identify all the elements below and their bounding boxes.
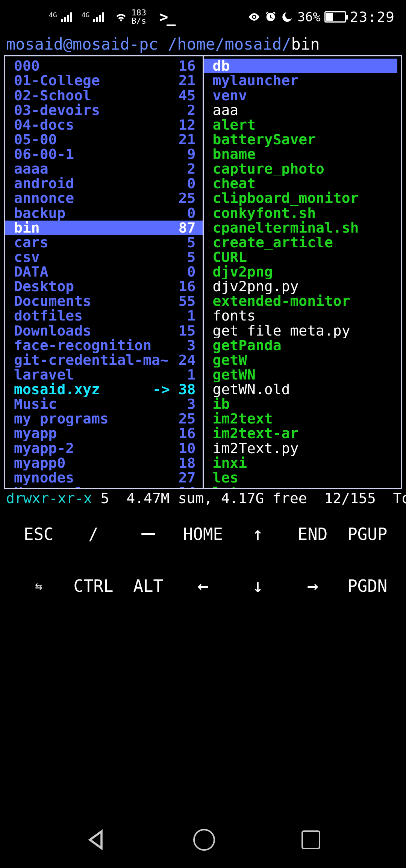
list-item[interactable]: clipboard_monitor <box>204 191 401 206</box>
key-→[interactable]: → <box>285 575 340 597</box>
list-item[interactable]: 01-College21 <box>5 73 203 88</box>
list-item[interactable]: im2Text.py <box>204 441 401 456</box>
list-item[interactable]: CURL <box>204 250 401 265</box>
list-item[interactable]: 04-docs12 <box>5 118 203 132</box>
list-item[interactable]: djv2png.py <box>204 279 401 294</box>
list-item[interactable]: getW <box>204 353 401 367</box>
list-item[interactable]: Music3 <box>5 397 203 411</box>
item-name: myapp0 <box>14 456 170 470</box>
key-⇆[interactable]: ⇆ <box>11 579 66 593</box>
key-/[interactable]: / <box>66 525 121 544</box>
eye-icon <box>248 11 261 23</box>
list-item[interactable]: 02-School45 <box>5 88 203 103</box>
key-↑[interactable]: ↑ <box>230 523 285 545</box>
list-item[interactable]: cpanelterminal.sh <box>204 221 401 235</box>
list-item[interactable]: Nouveau114 <box>5 485 203 488</box>
list-item[interactable]: batterySaver <box>204 132 401 147</box>
list-item[interactable]: cars5 <box>5 235 203 250</box>
list-item[interactable]: lxterm-manager <box>204 485 401 488</box>
list-item[interactable]: DATA0 <box>5 265 203 279</box>
nav-recents-icon[interactable] <box>301 830 320 849</box>
nav-back-icon[interactable] <box>86 829 107 850</box>
list-item[interactable]: face-recognition3 <box>5 338 203 353</box>
list-item[interactable]: android0 <box>5 176 203 191</box>
list-item[interactable]: git-credential-ma~24 <box>5 353 203 367</box>
list-item[interactable]: inxi <box>204 456 401 470</box>
list-item[interactable]: backup0 <box>5 206 203 221</box>
item-count: -> 38 <box>153 382 195 397</box>
list-item[interactable]: bin87 <box>5 221 203 235</box>
list-item[interactable]: getPanda <box>204 338 401 353</box>
list-item[interactable]: djv2png <box>204 265 401 279</box>
list-item[interactable]: csv5 <box>5 250 203 265</box>
item-name: im2text <box>213 411 397 426</box>
list-item[interactable]: annonce25 <box>5 191 203 206</box>
item-count: 0 <box>170 176 196 191</box>
nav-home-icon[interactable] <box>193 829 215 851</box>
key-end[interactable]: END <box>285 525 340 544</box>
list-item[interactable]: get_file_meta.py <box>204 324 401 338</box>
list-item[interactable]: my programs25 <box>5 411 203 426</box>
list-item[interactable]: create_article <box>204 235 401 250</box>
key-pgup[interactable]: PGUP <box>340 525 395 544</box>
list-item[interactable]: db <box>204 59 398 73</box>
list-item[interactable]: im2text <box>204 411 401 426</box>
key-pgdn[interactable]: PGDN <box>340 576 395 596</box>
item-count: 16 <box>170 426 196 441</box>
item-count: 2 <box>170 103 196 118</box>
left-pane[interactable]: 0001601-College2102-School4503-devoirs20… <box>5 56 203 488</box>
list-item[interactable]: Downloads15 <box>5 324 203 338</box>
item-count: 5 <box>170 250 196 265</box>
list-item[interactable]: aaa <box>204 103 401 118</box>
item-name: batterySaver <box>213 132 397 147</box>
list-item[interactable]: myapp-210 <box>5 441 203 456</box>
list-item[interactable]: Documents55 <box>5 294 203 308</box>
key-ctrl[interactable]: CTRL <box>66 576 121 596</box>
list-item[interactable]: 00016 <box>5 59 203 73</box>
item-name: laravel <box>14 367 170 382</box>
list-item[interactable]: mynodes27 <box>5 470 203 485</box>
list-item[interactable]: getWN <box>204 367 401 382</box>
key-esc[interactable]: ESC <box>11 525 66 544</box>
list-item[interactable]: mylauncher <box>204 73 401 88</box>
list-item[interactable]: conkyfont.sh <box>204 206 401 221</box>
list-item[interactable]: bname <box>204 147 401 162</box>
list-item[interactable]: getWN.old <box>204 382 401 397</box>
key-alt[interactable]: ALT <box>121 576 176 596</box>
key-—[interactable]: — <box>121 519 176 546</box>
item-name: extended-monitor <box>213 294 397 308</box>
right-pane[interactable]: dbmylaunchervenvaaaalertbatterySaverbnam… <box>203 56 401 488</box>
list-item[interactable]: capture_photo <box>204 162 401 176</box>
key-←[interactable]: ← <box>176 575 230 597</box>
moon-icon <box>281 11 294 23</box>
key-home[interactable]: HOME <box>176 525 230 544</box>
list-item[interactable]: extended-monitor <box>204 294 401 308</box>
item-name: CURL <box>213 250 397 265</box>
list-item[interactable]: im2text-ar <box>204 426 401 441</box>
list-item[interactable]: 06-00-19 <box>5 147 203 162</box>
list-item[interactable]: Desktop16 <box>5 279 203 294</box>
list-item[interactable]: myapp16 <box>5 426 203 441</box>
terminal[interactable]: mosaid@mosaid-pc /home/mosaid/bin 000160… <box>0 34 406 506</box>
list-item[interactable]: ib <box>204 397 401 411</box>
item-name: myapp-2 <box>14 441 170 456</box>
list-item[interactable]: dotfiles1 <box>5 308 203 323</box>
item-count: 5 <box>170 235 196 250</box>
list-item[interactable]: fonts <box>204 308 401 323</box>
item-name: ib <box>213 397 397 411</box>
list-item[interactable]: laravel1 <box>5 367 203 382</box>
list-item[interactable]: alert <box>204 118 401 132</box>
list-item[interactable]: cheat <box>204 176 401 191</box>
list-item[interactable]: 03-devoirs2 <box>5 103 203 118</box>
item-count: 27 <box>170 470 196 485</box>
list-item[interactable]: aaaa2 <box>5 162 203 176</box>
list-item[interactable]: 05-0021 <box>5 132 203 147</box>
item-count: 9 <box>170 147 196 162</box>
list-item[interactable]: myapp018 <box>5 456 203 470</box>
list-item[interactable]: mosaid.xyz-> 38 <box>5 382 203 397</box>
item-name: Music <box>14 397 170 411</box>
key-↓[interactable]: ↓ <box>230 575 285 597</box>
list-item[interactable]: venv <box>204 88 401 103</box>
list-item[interactable]: les <box>204 470 401 485</box>
battery-percent: 36% <box>297 9 320 24</box>
